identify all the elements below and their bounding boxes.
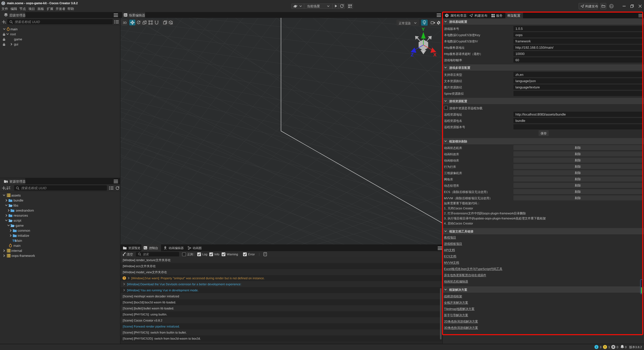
svg-text:Z: Z bbox=[411, 52, 414, 57]
svg-text:X: X bbox=[433, 52, 436, 57]
svg-text:Y: Y bbox=[422, 27, 425, 32]
